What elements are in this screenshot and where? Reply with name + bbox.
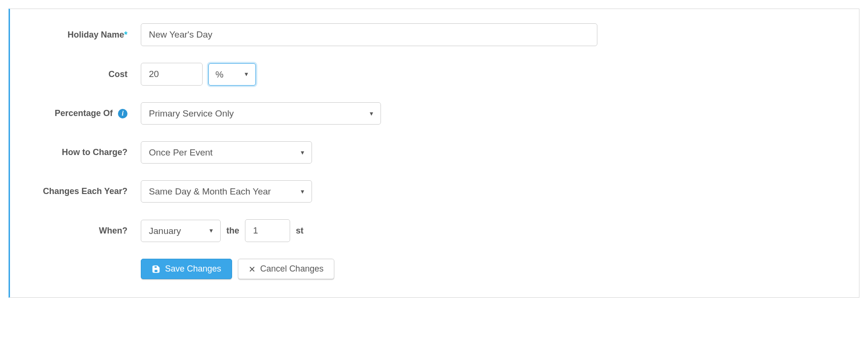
info-icon[interactable]: i	[118, 109, 127, 118]
label-how-to-charge: How to Charge?	[22, 147, 141, 157]
label-text: Percentage Of	[55, 108, 113, 118]
save-icon	[152, 265, 160, 273]
cost-input[interactable]	[141, 63, 203, 86]
required-asterisk: *	[124, 30, 127, 39]
label-text: Holiday Name	[68, 30, 124, 39]
cancel-button-label: Cancel Changes	[260, 264, 323, 274]
svg-rect-1	[154, 269, 158, 272]
how-to-charge-select[interactable]: Once Per Event	[141, 141, 312, 164]
month-select-wrap: January	[141, 220, 221, 242]
how-to-charge-select-wrap: Once Per Event	[141, 141, 312, 164]
label-when: When?	[22, 226, 141, 236]
svg-rect-0	[154, 266, 157, 268]
row-holiday-name: Holiday Name*	[22, 23, 840, 46]
row-percentage-of: Percentage Of i Primary Service Only	[22, 102, 840, 125]
holiday-form-panel: Holiday Name* Cost % Percentage Of i Pri…	[9, 9, 859, 298]
row-buttons: Save Changes Cancel Changes	[22, 259, 840, 279]
changes-each-year-select-wrap: Same Day & Month Each Year	[141, 180, 312, 203]
holiday-name-input[interactable]	[141, 23, 597, 46]
row-changes-each-year: Changes Each Year? Same Day & Month Each…	[22, 180, 840, 203]
label-changes-each-year: Changes Each Year?	[22, 186, 141, 196]
cost-unit-select[interactable]: %	[208, 63, 256, 86]
row-when: When? January the st	[22, 219, 840, 242]
cost-unit-select-wrap: %	[208, 63, 256, 86]
cancel-button[interactable]: Cancel Changes	[238, 259, 334, 279]
save-button[interactable]: Save Changes	[141, 259, 232, 279]
month-select[interactable]: January	[141, 220, 221, 242]
save-button-label: Save Changes	[165, 264, 221, 274]
when-ordinal-text: st	[296, 226, 303, 236]
changes-each-year-select[interactable]: Same Day & Month Each Year	[141, 180, 312, 203]
percentage-of-select-wrap: Primary Service Only	[141, 102, 381, 125]
row-cost: Cost %	[22, 63, 840, 86]
label-holiday-name: Holiday Name*	[22, 30, 141, 40]
row-how-to-charge: How to Charge? Once Per Event	[22, 141, 840, 164]
percentage-of-select[interactable]: Primary Service Only	[141, 102, 381, 125]
day-input[interactable]	[245, 219, 290, 242]
label-cost: Cost	[22, 69, 141, 79]
label-percentage-of: Percentage Of i	[22, 108, 141, 118]
close-icon	[249, 266, 255, 272]
when-the-text: the	[226, 226, 239, 236]
